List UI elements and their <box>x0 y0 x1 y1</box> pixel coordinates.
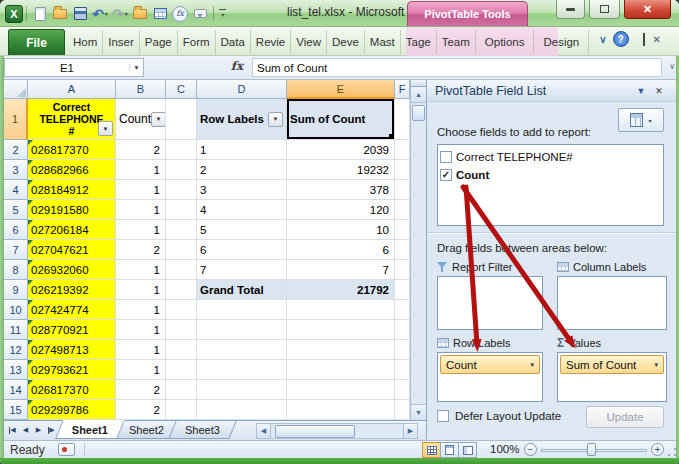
tab-page-layout[interactable]: Page <box>140 30 178 54</box>
empty-cell[interactable] <box>395 260 410 280</box>
pivot-label-cell[interactable]: 2 <box>197 160 287 180</box>
workbook-close-button[interactable]: ✕ <box>653 34 661 45</box>
pivot-label-cell[interactable]: 3 <box>197 180 287 200</box>
grand-total-value-cell[interactable]: 21792 <box>287 280 395 300</box>
pivot-label-cell[interactable]: 7 <box>197 260 287 280</box>
page-layout-view-button[interactable] <box>440 442 459 458</box>
pivot-value-cell[interactable]: 7 <box>287 260 395 280</box>
formula-input[interactable]: Sum of Count <box>252 58 662 77</box>
workbook-restore-button[interactable] <box>643 34 645 45</box>
vertical-scroll-thumb[interactable] <box>412 105 425 121</box>
count-cell[interactable]: 1 <box>116 260 166 280</box>
col-header-c[interactable]: C <box>166 80 197 99</box>
split-handle[interactable] <box>411 80 426 87</box>
empty-cell[interactable] <box>166 300 197 320</box>
save-button[interactable] <box>71 5 89 23</box>
tab-master[interactable]: Mast <box>365 30 401 54</box>
expand-formula-bar-button[interactable]: ∨ <box>669 62 675 71</box>
row-labels-field-pill[interactable]: Count ▾ <box>440 355 540 374</box>
cell-d1-row-labels[interactable]: Row Labels ▼ <box>197 99 287 140</box>
chevron-down-icon[interactable]: ▾ <box>125 10 128 17</box>
scroll-left-button[interactable]: ◀ <box>256 423 271 439</box>
row-header[interactable]: 10 <box>4 300 28 320</box>
phone-cell[interactable]: 029793621 <box>28 360 116 380</box>
empty-cell[interactable] <box>197 380 287 400</box>
tab-formulas[interactable]: Form <box>178 30 216 54</box>
close-button[interactable]: ✕ <box>624 0 671 19</box>
filter-button[interactable]: ▼ <box>98 121 113 136</box>
empty-cell[interactable] <box>166 180 197 200</box>
row-header[interactable]: 14 <box>4 380 28 400</box>
phone-cell[interactable]: 027498713 <box>28 340 116 360</box>
grand-total-label-cell[interactable]: Grand Total <box>197 280 287 300</box>
phone-cell[interactable]: 028682966 <box>28 160 116 180</box>
row-header[interactable]: 6 <box>4 220 28 240</box>
count-cell[interactable]: 2 <box>116 240 166 260</box>
checkbox-unchecked[interactable] <box>440 151 452 163</box>
empty-cell[interactable] <box>395 300 410 320</box>
col-header-a[interactable]: A <box>28 80 116 99</box>
filter-button[interactable]: ▼ <box>268 112 283 127</box>
empty-cell[interactable] <box>166 160 197 180</box>
row-header[interactable]: 3 <box>4 160 28 180</box>
scroll-up-button[interactable]: ▲ <box>411 87 426 103</box>
zoom-in-button[interactable]: + <box>651 443 664 456</box>
phone-cell[interactable]: 026932060 <box>28 260 116 280</box>
tab-sheet3[interactable]: Sheet3 <box>168 421 236 439</box>
field-item-telephone[interactable]: Correct TELEPHONE# <box>440 148 661 166</box>
tab-data[interactable]: Data <box>216 30 251 54</box>
count-cell[interactable]: 2 <box>116 380 166 400</box>
minimize-ribbon-button[interactable]: ∨ <box>599 34 606 45</box>
horizontal-scrollbar[interactable]: ◀ ▶ <box>256 422 418 439</box>
first-sheet-button[interactable]: ◀ <box>6 422 19 438</box>
phone-cell[interactable]: 027047621 <box>28 240 116 260</box>
phone-cell[interactable]: 027206184 <box>28 220 116 240</box>
empty-cell[interactable] <box>395 240 410 260</box>
phone-cell[interactable]: 026817370 <box>28 140 116 160</box>
values-area[interactable]: Sum of Count ▾ <box>557 352 667 402</box>
count-cell[interactable]: 1 <box>116 300 166 320</box>
pivot-label-cell[interactable]: 6 <box>197 240 287 260</box>
cell-a1-header[interactable]: CorrectTELEPHONE# ▼ <box>28 99 116 140</box>
empty-cell[interactable] <box>166 320 197 340</box>
open-button[interactable] <box>51 5 69 23</box>
empty-cell[interactable] <box>287 300 395 320</box>
count-cell[interactable]: 1 <box>116 320 166 340</box>
filter-button[interactable]: ▼ <box>151 112 166 127</box>
folder-button[interactable] <box>131 5 149 23</box>
pivot-label-cell[interactable]: 5 <box>197 220 287 240</box>
col-header-d[interactable]: D <box>197 80 287 99</box>
empty-cell[interactable] <box>197 300 287 320</box>
properties-button[interactable] <box>151 5 169 23</box>
empty-cell[interactable] <box>395 280 410 300</box>
empty-cell[interactable] <box>395 340 410 360</box>
pivot-value-cell[interactable]: 19232 <box>287 160 395 180</box>
col-header-b[interactable]: B <box>116 80 166 99</box>
empty-cell[interactable] <box>166 340 197 360</box>
row-header[interactable]: 15 <box>4 400 28 420</box>
prev-sheet-button[interactable]: ◀ <box>19 422 32 438</box>
empty-cell[interactable] <box>395 400 410 420</box>
pivot-label-cell[interactable]: 1 <box>197 140 287 160</box>
row-header[interactable]: 4 <box>4 180 28 200</box>
empty-cell[interactable] <box>166 280 197 300</box>
pivot-label-cell[interactable]: 4 <box>197 200 287 220</box>
tab-view[interactable]: View <box>291 30 327 54</box>
count-cell[interactable]: 1 <box>116 160 166 180</box>
row-header[interactable]: 8 <box>4 260 28 280</box>
scroll-right-button[interactable]: ▶ <box>403 423 418 439</box>
help-button[interactable]: ? <box>613 31 629 47</box>
empty-cell[interactable] <box>197 360 287 380</box>
phone-cell[interactable]: 026817370 <box>28 380 116 400</box>
row-header[interactable]: 12 <box>4 340 28 360</box>
phone-cell[interactable]: 029299786 <box>28 400 116 420</box>
empty-cell[interactable] <box>287 380 395 400</box>
phone-cell[interactable]: 028184912 <box>28 180 116 200</box>
checkbox-checked[interactable]: ✓ <box>440 169 452 181</box>
empty-cell[interactable] <box>166 400 197 420</box>
empty-cell[interactable] <box>395 360 410 380</box>
vertical-scrollbar[interactable]: ▲ ▼ <box>410 80 426 420</box>
pane-close-button[interactable]: ✕ <box>650 86 668 96</box>
empty-cell[interactable] <box>166 140 197 160</box>
count-cell[interactable]: 1 <box>116 280 166 300</box>
